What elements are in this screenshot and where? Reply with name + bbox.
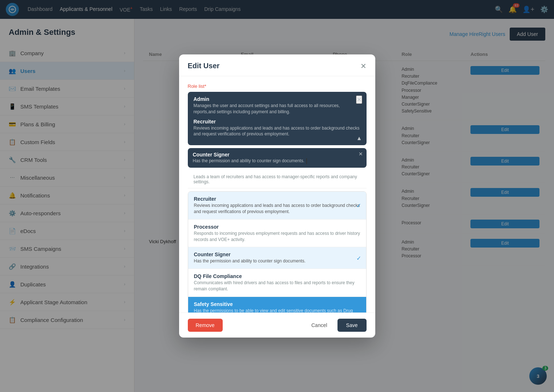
- modal-footer: Remove Cancel Save: [179, 313, 375, 338]
- recruiter-role-desc: Reviews incoming applications and leads …: [194, 125, 361, 138]
- role-dropdown: Recruiter Reviews incoming applications …: [188, 191, 367, 313]
- edit-user-modal: Edit User ✕ Role list* ✕ Admin Manages t…: [179, 54, 375, 338]
- dropdown-recruiter-option[interactable]: Recruiter Reviews incoming applications …: [188, 192, 366, 220]
- counter-signer-option-name: Counter Signer: [194, 252, 360, 257]
- role-list-label: Role list*: [188, 83, 367, 89]
- dropdown-counter-signer-option[interactable]: Counter Signer Has the permission and ab…: [188, 247, 366, 269]
- truncated-manager-option: Leads a team of recruiters and has acces…: [188, 171, 367, 188]
- counter-signer-box: ✕ Counter Signer Has the permission and …: [188, 148, 367, 168]
- dq-compliance-option-desc: Communicates with hired drivers and has …: [194, 280, 360, 292]
- recruiter-role-name: Recruiter: [194, 119, 361, 124]
- counter-signer-option-desc: Has the permission and ability to counte…: [194, 258, 360, 264]
- counter-signer-remove-button[interactable]: ✕: [359, 151, 363, 157]
- modal-title: Edit User: [188, 62, 220, 70]
- scroll-up-arrow[interactable]: ▲: [356, 135, 362, 141]
- modal-header: Edit User ✕: [179, 54, 375, 76]
- cancel-button[interactable]: Cancel: [306, 319, 333, 332]
- admin-role-name: Admin: [194, 96, 361, 102]
- dropdown-processor-option[interactable]: Processor Responds to incoming previous …: [188, 220, 366, 248]
- counter-signer-check-icon: ✓: [356, 254, 361, 261]
- selected-admin-role: Admin Manages the user and account setti…: [194, 96, 361, 115]
- text-cursor: [306, 158, 307, 164]
- recruiter-check-icon: ✓: [356, 202, 361, 209]
- recruiter-option-desc: Reviews incoming applications and leads …: [194, 203, 360, 215]
- dq-compliance-option-name: DQ File Compliance: [194, 273, 360, 279]
- recruiter-option-name: Recruiter: [194, 196, 360, 202]
- processor-option-name: Processor: [194, 224, 360, 230]
- dropdown-safety-sensitive-option[interactable]: Safety Sensitive Has the permissions to …: [188, 297, 366, 313]
- counter-signer-name: Counter Signer: [193, 152, 353, 158]
- modal-close-button[interactable]: ✕: [360, 62, 367, 70]
- remove-button[interactable]: Remove: [188, 319, 223, 332]
- admin-role-desc: Manages the user and account settings an…: [194, 103, 361, 115]
- save-button[interactable]: Save: [337, 319, 367, 332]
- counter-signer-desc: Has the permission and ability to counte…: [193, 158, 353, 164]
- safety-sensitive-option-name: Safety Sensitive: [194, 301, 360, 307]
- selected-roles-box: ✕ Admin Manages the user and account set…: [188, 92, 367, 145]
- footer-right-buttons: Cancel Save: [306, 319, 367, 332]
- dropdown-dq-compliance-option[interactable]: DQ File Compliance Communicates with hir…: [188, 269, 366, 297]
- modal-overlay: Edit User ✕ Role list* ✕ Admin Manages t…: [0, 0, 554, 392]
- safety-sensitive-option-desc: Has the permissions to be able to view a…: [194, 308, 360, 313]
- required-star: *: [205, 83, 206, 89]
- modal-body: Role list* ✕ Admin Manages the user and …: [179, 76, 375, 313]
- admin-remove-button[interactable]: ✕: [356, 95, 362, 104]
- selected-recruiter-role: Recruiter Reviews incoming applications …: [194, 119, 361, 138]
- processor-option-desc: Responds to incoming previous employment…: [194, 230, 360, 243]
